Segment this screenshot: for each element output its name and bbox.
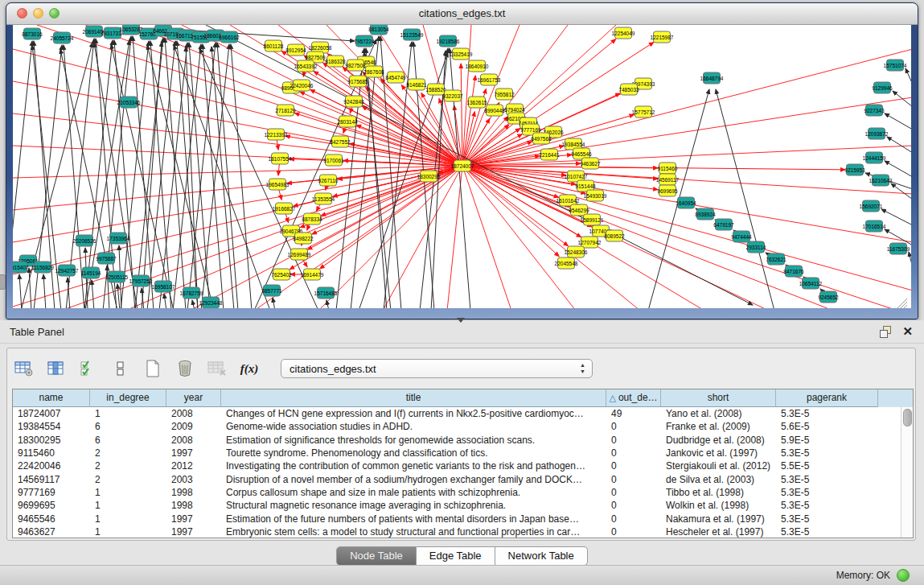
table-cell[interactable]: 5.3E-5 bbox=[776, 513, 878, 525]
network-node[interactable]: 9463627 bbox=[580, 158, 601, 169]
network-node[interactable]: 16210643 bbox=[869, 175, 893, 186]
table-cell[interactable]: Corpus callosum shape and size in male p… bbox=[221, 487, 606, 498]
network-node[interactable]: 9322037 bbox=[442, 90, 463, 101]
network-node[interactable]: 11675309 bbox=[887, 243, 910, 254]
network-node[interactable]: 6966162 bbox=[219, 31, 240, 43]
table-cell[interactable]: 9115460 bbox=[13, 447, 90, 459]
table-cell[interactable]: 1 bbox=[90, 526, 166, 538]
table-cell[interactable]: Structural magnetic resonance image aver… bbox=[221, 500, 606, 511]
column-header-out_de[interactable]: △out_de… bbox=[606, 389, 661, 407]
tab-edge-table[interactable]: Edge Table bbox=[417, 546, 495, 566]
table-cell[interactable]: 49 bbox=[606, 408, 661, 419]
delete-table-icon[interactable] bbox=[207, 358, 228, 379]
network-node[interactable]: 8454749 bbox=[385, 72, 406, 83]
table-cell[interactable]: Changes of HCN gene expression and I(f) … bbox=[221, 408, 606, 419]
network-node[interactable]: 9215953 bbox=[844, 164, 865, 175]
network-node[interactable]: 9857771 bbox=[261, 285, 282, 296]
table-cell[interactable]: Stergiakouli et al. (2012) bbox=[661, 460, 776, 472]
table-cell[interactable]: Nakamura et al. (1997) bbox=[661, 513, 776, 525]
table-cell[interactable]: 9465546 bbox=[13, 513, 90, 525]
table-cell[interactable]: Yano et al. (2008) bbox=[661, 408, 776, 419]
column-header-year[interactable]: year bbox=[166, 389, 221, 407]
network-node[interactable]: 17353964 bbox=[107, 233, 130, 244]
table-cell[interactable]: 1 bbox=[90, 513, 166, 525]
network-node[interactable]: 9827508 bbox=[345, 60, 366, 71]
network-node[interactable]: 9474444 bbox=[731, 231, 752, 242]
network-node[interactable]: 13325419 bbox=[450, 48, 473, 60]
network-node[interactable]: 10654112 bbox=[799, 278, 823, 289]
column-header-title[interactable]: title bbox=[221, 389, 606, 407]
network-node[interactable]: 17957252 bbox=[129, 275, 153, 286]
table-cell[interactable]: 0 bbox=[606, 487, 661, 498]
table-row[interactable]: 977716911998Corpus callosum shape and si… bbox=[13, 486, 901, 499]
network-node[interactable]: 1640954 bbox=[676, 197, 696, 208]
table-cell[interactable]: 0 bbox=[606, 474, 661, 485]
network-node[interactable]: 24055724 bbox=[51, 32, 74, 43]
network-node[interactable]: 6497568 bbox=[531, 133, 552, 144]
row-height-icon[interactable] bbox=[110, 358, 131, 379]
network-node[interactable]: 8912954 bbox=[285, 44, 306, 56]
table-cell[interactable]: 5.3E-5 bbox=[776, 408, 878, 419]
table-cell[interactable]: Estimation of the future numbers of pati… bbox=[221, 513, 606, 525]
network-hub-node[interactable]: 18724007 bbox=[451, 160, 474, 171]
network-node[interactable]: 12093872 bbox=[865, 128, 889, 139]
tab-node-table[interactable]: Node Table bbox=[336, 546, 417, 566]
table-cell[interactable]: 5.9E-5 bbox=[776, 435, 878, 446]
network-node[interactable]: 6479197 bbox=[713, 219, 734, 230]
table-cell[interactable]: 5.3E-5 bbox=[776, 474, 878, 485]
table-cell[interactable]: 1 bbox=[90, 487, 166, 498]
float-window-icon[interactable] bbox=[880, 326, 892, 337]
network-node[interactable]: 19218586 bbox=[437, 35, 460, 47]
table-cell[interactable]: 18300295 bbox=[13, 435, 90, 446]
network-node[interactable]: 12505115 bbox=[105, 271, 129, 282]
table-row[interactable]: 969969511998Structural magnetic resonanc… bbox=[13, 499, 901, 512]
network-node[interactable]: 15493019 bbox=[584, 190, 607, 201]
create-table-icon[interactable] bbox=[142, 358, 163, 379]
close-panel-icon[interactable]: ✕ bbox=[902, 324, 913, 339]
table-cell[interactable]: 5.3E-5 bbox=[776, 487, 878, 498]
network-node[interactable]: 12213393 bbox=[265, 129, 288, 140]
show-columns-icon[interactable] bbox=[46, 358, 67, 379]
table-settings-icon[interactable] bbox=[14, 358, 35, 379]
table-cell[interactable]: 5.3E-5 bbox=[776, 526, 878, 538]
table-cell[interactable]: Disruption of a novel member of a sodium… bbox=[221, 474, 606, 485]
network-node[interactable]: 12215987 bbox=[651, 31, 674, 43]
table-cell[interactable]: 2008 bbox=[166, 408, 221, 419]
table-cell[interactable]: 2 bbox=[90, 460, 166, 472]
table-cell[interactable]: 5.3E-5 bbox=[776, 500, 878, 511]
network-node[interactable]: 8873016 bbox=[22, 28, 43, 39]
network-node[interactable]: 8601128 bbox=[264, 40, 284, 51]
network-node[interactable]: 12923448 bbox=[199, 297, 223, 308]
network-node[interactable]: 15248306 bbox=[565, 246, 588, 257]
network-node[interactable]: 9146821 bbox=[406, 79, 427, 90]
tab-network-table[interactable]: Network Table bbox=[495, 546, 588, 566]
table-cell[interactable]: Hescheler et al. (1997) bbox=[661, 526, 776, 538]
table-cell[interactable]: 0 bbox=[606, 513, 661, 525]
network-node[interactable]: 9170061 bbox=[323, 154, 344, 166]
table-selector-dropdown[interactable]: citations_edges.txt ▲▼ bbox=[281, 359, 593, 378]
network-node[interactable]: 11353554 bbox=[312, 193, 335, 204]
table-row[interactable]: 911546021997Tourette syndrome. Phenomeno… bbox=[13, 447, 901, 459]
table-cell[interactable]: 2 bbox=[90, 447, 166, 459]
network-graph[interactable]: 8873016240557242069140619317314106532871… bbox=[13, 25, 911, 308]
network-node[interactable]: 11156829 bbox=[31, 262, 54, 273]
table-cell[interactable]: 5.6E-5 bbox=[776, 421, 878, 432]
network-node[interactable]: 7957224 bbox=[354, 35, 375, 47]
network-node[interactable]: 8427552 bbox=[330, 136, 351, 147]
network-node[interactable]: 7632621 bbox=[766, 253, 786, 265]
network-node[interactable]: 2718129 bbox=[275, 105, 296, 116]
network-node[interactable]: 9175685 bbox=[347, 76, 368, 87]
table-cell[interactable]: 9463627 bbox=[13, 526, 90, 538]
table-cell[interactable]: 0 bbox=[606, 526, 661, 538]
table-cell[interactable]: 0 bbox=[606, 435, 661, 446]
network-node[interactable]: 12254049 bbox=[612, 27, 635, 39]
column-header-in_degree[interactable]: in_degree bbox=[90, 389, 166, 407]
table-cell[interactable]: 1 bbox=[90, 408, 166, 419]
table-cell[interactable]: 0 bbox=[606, 447, 661, 459]
table-cell[interactable]: Embryonic stem cells: a model to study s… bbox=[221, 526, 606, 538]
table-cell[interactable]: 0 bbox=[606, 500, 661, 511]
network-node[interactable]: 2803144 bbox=[337, 116, 358, 127]
network-node[interactable]: 8471676 bbox=[783, 266, 804, 277]
side-panel-grip[interactable] bbox=[0, 274, 6, 290]
table-cell[interactable]: Dudbridge et al. (2008) bbox=[661, 435, 776, 446]
